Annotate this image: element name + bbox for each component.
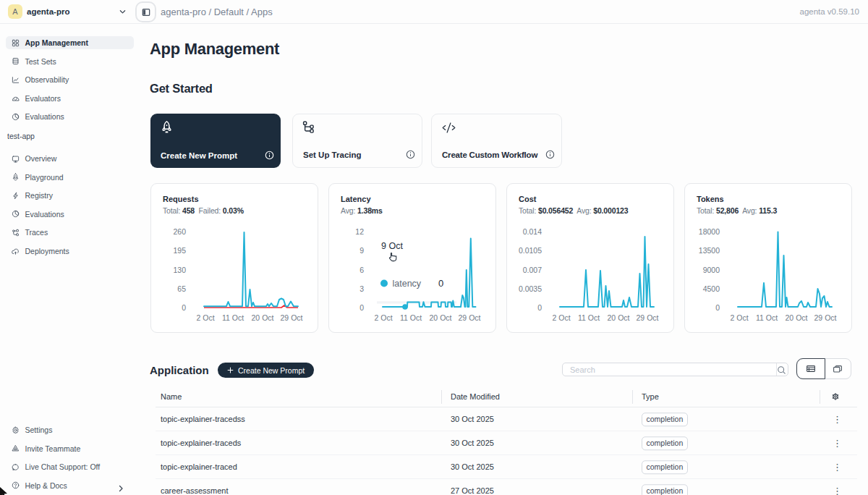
- svg-text:12: 12: [355, 227, 364, 236]
- svg-text:0.0105: 0.0105: [519, 246, 542, 255]
- svg-text:3: 3: [359, 284, 364, 293]
- svg-text:0.014: 0.014: [523, 227, 542, 236]
- svg-text:0: 0: [715, 303, 720, 312]
- svg-text:0.0035: 0.0035: [519, 284, 542, 293]
- svg-text:2 Oct: 2 Oct: [552, 313, 570, 322]
- svg-text:65: 65: [177, 284, 186, 293]
- svg-text:2 Oct: 2 Oct: [730, 313, 748, 322]
- svg-text:6: 6: [359, 266, 364, 274]
- svg-text:20 Oct: 20 Oct: [430, 313, 452, 322]
- svg-text:0: 0: [182, 303, 186, 312]
- svg-text:130: 130: [173, 266, 186, 274]
- svg-text:20 Oct: 20 Oct: [786, 313, 808, 322]
- svg-text:latency: latency: [393, 279, 422, 289]
- svg-text:0.007: 0.007: [523, 266, 542, 274]
- svg-text:0: 0: [537, 303, 542, 312]
- svg-text:29 Oct: 29 Oct: [814, 313, 837, 322]
- svg-text:11 Oct: 11 Oct: [222, 313, 244, 322]
- svg-text:11 Oct: 11 Oct: [400, 313, 422, 322]
- svg-text:29 Oct: 29 Oct: [459, 313, 481, 322]
- svg-text:9: 9: [359, 246, 364, 255]
- svg-text:11 Oct: 11 Oct: [756, 313, 778, 322]
- svg-text:20 Oct: 20 Oct: [252, 313, 274, 322]
- svg-text:195: 195: [173, 246, 186, 255]
- svg-text:18000: 18000: [699, 227, 720, 236]
- svg-text:29 Oct: 29 Oct: [281, 313, 303, 322]
- svg-text:0: 0: [438, 278, 443, 289]
- svg-text:2 Oct: 2 Oct: [374, 313, 392, 322]
- svg-text:9 Oct: 9 Oct: [381, 241, 403, 251]
- svg-text:20 Oct: 20 Oct: [608, 313, 630, 322]
- svg-text:13500: 13500: [699, 246, 720, 255]
- svg-text:0: 0: [359, 303, 364, 312]
- svg-text:9000: 9000: [703, 266, 720, 274]
- svg-text:260: 260: [173, 227, 186, 236]
- svg-text:11 Oct: 11 Oct: [578, 313, 600, 322]
- svg-text:4500: 4500: [703, 284, 720, 293]
- svg-text:2 Oct: 2 Oct: [196, 313, 214, 322]
- svg-text:29 Oct: 29 Oct: [637, 313, 659, 322]
